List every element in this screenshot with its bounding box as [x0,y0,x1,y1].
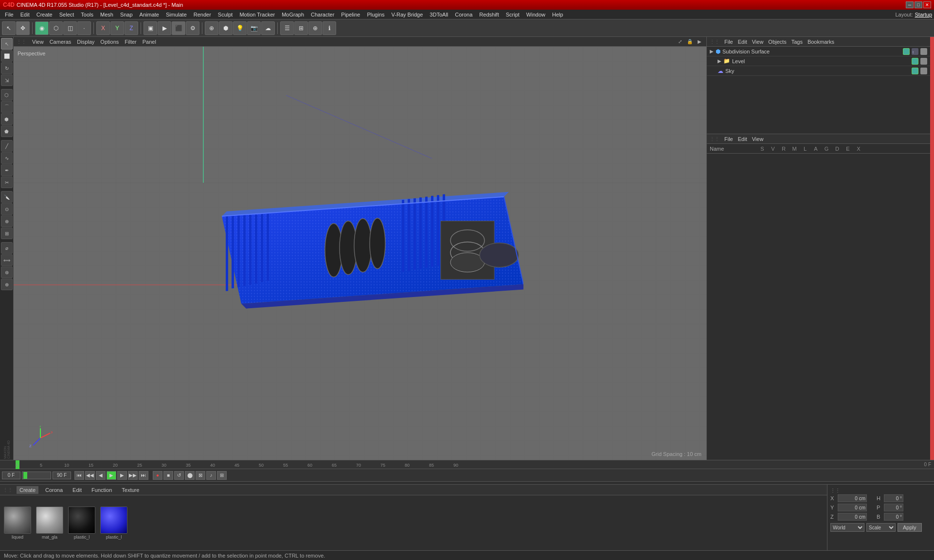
display-mode-btn[interactable]: ☰ [280,21,294,35]
menu-tools[interactable]: Tools [78,11,96,18]
add-object-btn[interactable]: ⊕ [205,21,218,35]
coord-b-rot[interactable] [884,513,903,521]
mat-tab-texture[interactable]: Texture [119,486,142,494]
menu-render[interactable]: Render [191,11,214,18]
obj-row-level[interactable]: ▶ 📁 Level [707,56,930,66]
viewport-menu-filter[interactable]: Filter [125,39,136,45]
sidebar-mirror-icon[interactable]: ⟺ [1,254,13,266]
menu-sculpt[interactable]: Sculpt [215,11,236,18]
z-axis-btn[interactable]: Z [125,21,138,35]
layout-preset[interactable]: Startup [915,12,932,18]
viewport-menu-cameras[interactable]: Cameras [50,39,72,45]
menu-plugins[interactable]: Plugins [364,11,387,18]
world-dropdown[interactable]: World [830,523,864,532]
add-deformer-btn[interactable]: ⬢ [219,21,233,35]
viewport-menu-options[interactable]: Options [100,39,119,45]
minimize-btn[interactable]: ─ [906,1,914,8]
sidebar-pen-icon[interactable]: ✒ [1,164,13,176]
render-settings-btn[interactable]: ⚙ [186,21,199,35]
obj-menu-file[interactable]: File [724,39,733,45]
coord-p-rot[interactable] [884,504,903,511]
render-active-btn[interactable]: ▶ [158,21,171,35]
mat-item-plastic-black[interactable]: plastic_l [68,507,95,540]
menu-edit[interactable]: Edit [18,11,33,18]
snap-btn[interactable]: ⊕ [308,21,322,35]
vp-fullscreen-icon[interactable]: ⤢ [676,38,684,46]
menu-window[interactable]: Window [523,11,548,18]
obj-subdiv-toggle-s[interactable] [903,48,910,55]
sidebar-rotate-icon[interactable]: ↻ [1,62,13,74]
coord-h-rot[interactable] [884,494,903,502]
viewport-menu-display[interactable]: Display [77,39,94,45]
obj-level-toggle[interactable] [912,58,918,65]
mesh-mode-btn[interactable]: ⬡ [49,21,63,35]
sidebar-extra1-icon[interactable]: ⊛ [1,266,13,278]
mat-tab-create[interactable]: Create [17,486,38,494]
menu-animate[interactable]: Animate [137,11,162,18]
step-back-btn[interactable]: ◀ [96,471,106,480]
menu-help[interactable]: Help [549,11,566,18]
mat-tab-edit[interactable]: Edit [70,486,85,494]
menu-mesh[interactable]: Mesh [97,11,116,18]
menu-file[interactable]: File [2,11,17,18]
vp-render-icon[interactable]: ▶ [696,38,703,46]
mat-item-liquid[interactable]: liqued [4,507,31,540]
menu-character[interactable]: Character [308,11,337,18]
go-to-start-btn[interactable]: ⏮ [74,471,84,480]
edge-mode-btn[interactable]: ◫ [63,21,77,35]
render-btn[interactable]: ⬛ [172,21,185,35]
sidebar-scale-icon[interactable]: ⇲ [1,74,13,86]
stop-btn[interactable]: ■ [163,471,173,480]
mat-tab-corona[interactable]: Corona [42,486,66,494]
play-reverse-btn[interactable]: ◀◀ [85,471,95,480]
obj-menu-view[interactable]: View [752,39,764,45]
menu-script[interactable]: Script [503,11,522,18]
menu-mograph[interactable]: MoGraph [279,11,307,18]
loop-btn[interactable]: ↺ [174,471,184,480]
menu-3dtoall[interactable]: 3DToAll [427,11,451,18]
sidebar-magnet-icon[interactable]: ⊙ [1,203,13,215]
sound-btn[interactable]: ♪ [206,471,216,480]
end-frame-input[interactable] [53,472,71,479]
timeline-options-btn[interactable]: ⊞ [217,471,227,480]
menu-select[interactable]: Select [56,11,77,18]
play-btn[interactable]: ▶ [107,471,116,480]
attr-menu-view[interactable]: View [752,136,764,142]
attr-menu-file[interactable]: File [724,136,733,142]
menu-corona[interactable]: Corona [452,11,475,18]
attr-menu-edit[interactable]: Edit [738,136,747,142]
obj-menu-tags[interactable]: Tags [791,39,803,45]
menu-redshift[interactable]: Redshift [476,11,502,18]
obj-menu-bookmarks[interactable]: Bookmarks [808,39,834,45]
sidebar-move-icon[interactable]: ↖ [1,38,13,50]
render-region-btn[interactable]: ▣ [144,21,157,35]
sidebar-spline-icon[interactable]: ⌒ [1,101,13,113]
maximize-btn[interactable]: □ [915,1,922,8]
go-to-end-btn[interactable]: ⏭ [139,471,148,480]
motion-clip-btn[interactable]: ⊠ [196,471,205,480]
menu-snap[interactable]: Snap [117,11,136,18]
add-camera-btn[interactable]: 📷 [247,21,261,35]
obj-menu-edit[interactable]: Edit [738,39,747,45]
vp-lock-icon[interactable]: 🔒 [686,38,694,46]
sidebar-deform-icon[interactable]: ⬢ [1,113,13,125]
mat-tab-function[interactable]: Function [89,486,115,494]
sidebar-twist-icon[interactable]: ⌀ [1,242,13,254]
record-btn[interactable]: ● [153,471,162,480]
grid-btn[interactable]: ⊞ [294,21,308,35]
menu-pipeline[interactable]: Pipeline [338,11,363,18]
sidebar-knife-icon[interactable]: 🔪 [1,191,13,203]
auto-key-btn[interactable]: ⬤ [185,471,195,480]
sidebar-extra2-icon[interactable]: ⊕ [1,279,13,290]
sidebar-brush-icon[interactable]: ⊕ [1,215,13,227]
info-btn[interactable]: ℹ [323,21,336,35]
viewport-3d[interactable]: Perspective [14,47,706,460]
y-axis-btn[interactable]: Y [110,21,124,35]
sidebar-bezier-icon[interactable]: ∿ [1,152,13,164]
viewport-menu-panel[interactable]: Panel [143,39,156,45]
menu-simulate[interactable]: Simulate [163,11,190,18]
play-fwd-btn[interactable]: ▶▶ [128,471,138,480]
add-sky-btn[interactable]: ☁ [261,21,275,35]
x-axis-btn[interactable]: X [96,21,110,35]
add-light-btn[interactable]: 💡 [233,21,247,35]
